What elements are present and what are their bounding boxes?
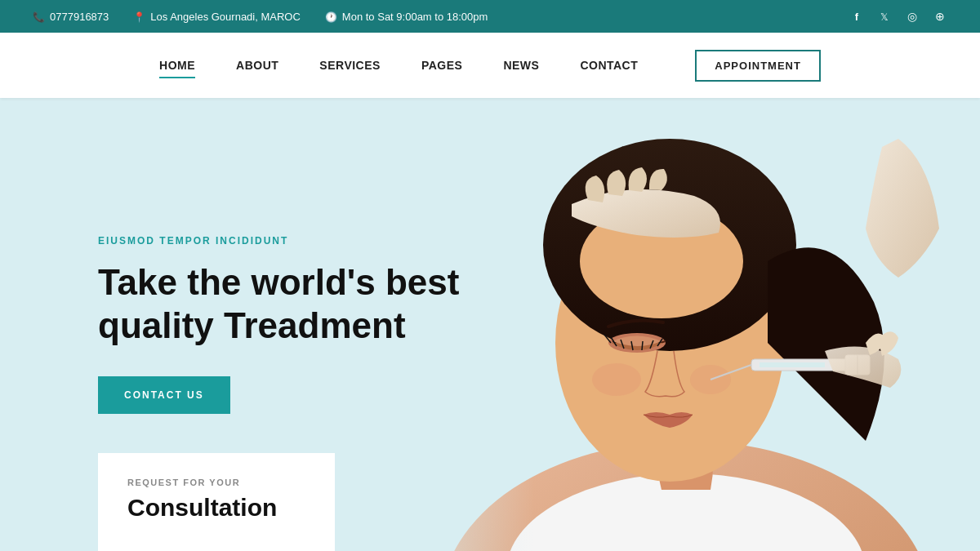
facebook-icon[interactable] [849, 9, 864, 24]
social-links [849, 9, 947, 24]
globe-icon[interactable] [933, 9, 947, 24]
contact-us-button[interactable]: CONTACT US [98, 376, 230, 414]
navbar: HOME ABOUT SERVICES PAGES NEWS CONTACT A… [0, 33, 980, 98]
hours-item: Mon to Sat 9:00am to 18:00pm [325, 11, 488, 23]
hero-subtitle: EIUSMOD TEMPOR INCIDIDUNT [98, 235, 459, 247]
address-text: Los Angeles Gournadi, MAROC [150, 11, 301, 23]
map-icon [133, 11, 145, 23]
hours-text: Mon to Sat 9:00am to 18:00pm [342, 11, 488, 23]
appointment-button[interactable]: APPOINTMENT [695, 50, 821, 82]
top-bar-left: 0777916873 Los Angeles Gournadi, MAROC M… [33, 11, 488, 23]
hero-content: EIUSMOD TEMPOR INCIDIDUNT Take the world… [0, 235, 459, 415]
phone-number: 0777916873 [50, 11, 109, 23]
bottom-card-title: Consultation [127, 495, 305, 520]
nav-home[interactable]: HOME [159, 56, 195, 75]
top-bar: 0777916873 Los Angeles Gournadi, MAROC M… [0, 0, 980, 33]
clock-icon [325, 11, 337, 23]
bottom-card-label: REQUEST FOR YOUR [127, 478, 305, 487]
twitter-icon[interactable] [877, 9, 892, 24]
address-item: Los Angeles Gournadi, MAROC [133, 11, 301, 23]
hero-section: EIUSMOD TEMPOR INCIDIDUNT Take the world… [0, 98, 980, 551]
phone-item: 0777916873 [33, 11, 109, 23]
bottom-card: REQUEST FOR YOUR Consultation [98, 453, 335, 551]
nav-contact[interactable]: CONTACT [580, 56, 638, 75]
instagram-icon[interactable] [905, 9, 920, 24]
phone-icon [33, 11, 45, 23]
hero-title-line1: Take the world's best [98, 262, 459, 302]
nav-services[interactable]: SERVICES [319, 56, 381, 75]
nav-about[interactable]: ABOUT [236, 56, 278, 75]
hero-title-line2: quality Treadment [98, 305, 406, 345]
hero-title: Take the world's best quality Treadment [98, 261, 459, 348]
nav-news[interactable]: NEWS [503, 56, 539, 75]
nav-pages[interactable]: PAGES [421, 56, 462, 75]
